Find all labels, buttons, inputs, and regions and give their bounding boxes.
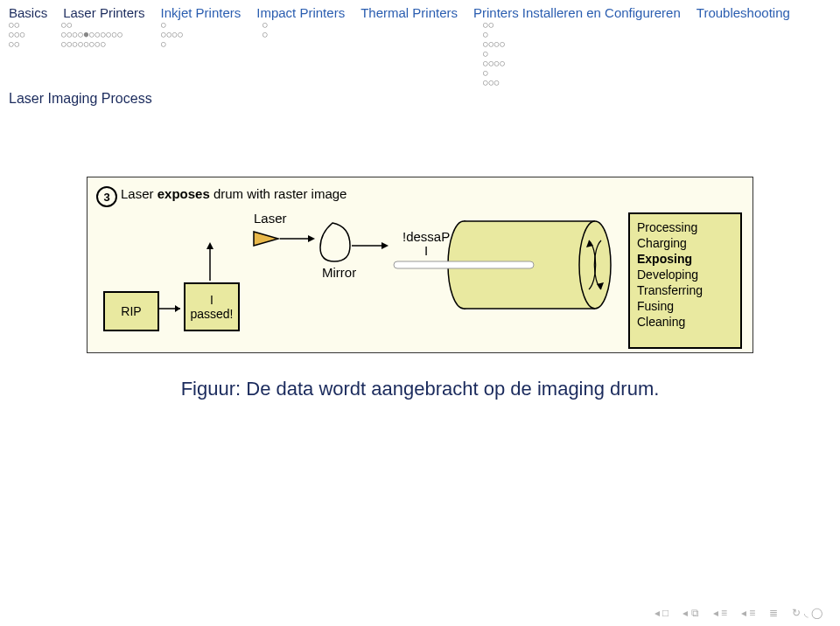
nav-inkjet-printers[interactable]: Inkjet Printers (161, 5, 242, 20)
nav-prev-section-icon[interactable]: ◂ ⧉ (682, 607, 698, 619)
svg-rect-16 (394, 261, 534, 268)
stage-transferring: Transferring (637, 282, 733, 298)
dots-install: ○○ ○ ○○○○ ○ ○○○○ ○ ○○○ (483, 20, 693, 87)
nav-impact-printers[interactable]: Impact Printers (256, 5, 345, 20)
stage-developing: Developing (637, 267, 733, 282)
svg-marker-4 (254, 232, 278, 246)
step-number-badge: 3 (96, 186, 117, 207)
svg-rect-10 (464, 221, 595, 309)
dots-impact: ○ ○ (262, 20, 354, 87)
dots-thermal (369, 20, 467, 87)
figure-caption: Figuur: De data wordt aangebracht op de … (0, 378, 840, 400)
nav-laser-printers[interactable]: Laser Printers (63, 5, 144, 20)
section-title: Laser Imaging Process (0, 87, 840, 107)
svg-marker-1 (175, 305, 180, 312)
nav-cycle-icon[interactable]: ↻ ◟ ◯ (792, 607, 822, 619)
step-title: Laser exposes drum with raster image (121, 186, 346, 201)
dots-laser: ○○ ○○○○●○○○○○○ ○○○○○○○○ (61, 20, 145, 87)
passed-box: I passed! (184, 282, 240, 331)
svg-marker-15 (597, 282, 604, 289)
svg-point-13 (579, 221, 611, 309)
svg-marker-14 (586, 240, 593, 247)
svg-marker-8 (382, 242, 388, 249)
svg-point-9 (448, 221, 480, 309)
nav-next-slide-icon[interactable]: ◂ ≡ (741, 607, 755, 619)
passed-line1: I (210, 293, 214, 307)
nav-install-config[interactable]: Printers Installeren en Configureren (473, 5, 681, 20)
dessa-label: !dessaP I (402, 230, 450, 258)
step-title-bold: exposes (158, 186, 210, 201)
laser-imaging-figure: 3 Laser exposes drum with raster image R… (87, 177, 753, 353)
nav-first-icon[interactable]: ◂ □ (654, 607, 669, 619)
stage-list-box: Processing Charging Exposing Developing … (628, 212, 742, 349)
svg-marker-6 (308, 235, 315, 242)
stage-charging: Charging (637, 235, 733, 251)
beamer-nav-footer: ◂ □ ◂ ⧉ ◂ ≡ ◂ ≡ ≣ ↻ ◟ ◯ (654, 607, 822, 619)
nav-troubleshooting[interactable]: Troubleshooting (696, 5, 790, 20)
step-title-post: drum with raster image (210, 186, 347, 201)
nav-basics[interactable]: Basics (9, 5, 47, 20)
step-title-pre: Laser (121, 186, 158, 201)
svg-marker-3 (206, 242, 214, 249)
dots-inkjet: ○ ○○○○ ○ (161, 20, 247, 87)
nav-prev-slide-icon[interactable]: ◂ ≡ (713, 607, 727, 619)
passed-line2: passed! (190, 307, 233, 321)
progress-dots-row: ○○ ○○○ ○○ ○○ ○○○○●○○○○○○ ○○○○○○○○ ○ ○○○○… (0, 20, 840, 87)
nav-last-icon[interactable]: ≣ (769, 607, 778, 619)
stage-exposing: Exposing (637, 251, 733, 267)
dessa-line1: !dessaP (402, 229, 450, 244)
dessa-line2: I (424, 243, 428, 258)
stage-processing: Processing (637, 219, 733, 235)
nav-thermal-printers[interactable]: Thermal Printers (360, 5, 458, 20)
stage-fusing: Fusing (637, 298, 733, 314)
stage-cleaning: Cleaning (637, 314, 733, 330)
rip-box: RIP (103, 291, 159, 331)
laser-label: Laser (254, 211, 287, 226)
dots-basics: ○○ ○○○ ○○ (9, 20, 46, 87)
mirror-label: Mirror (322, 265, 356, 280)
figure-area: 3 Laser exposes drum with raster image R… (0, 177, 840, 353)
nav-bar: Basics Laser Printers Inkjet Printers Im… (0, 0, 840, 20)
